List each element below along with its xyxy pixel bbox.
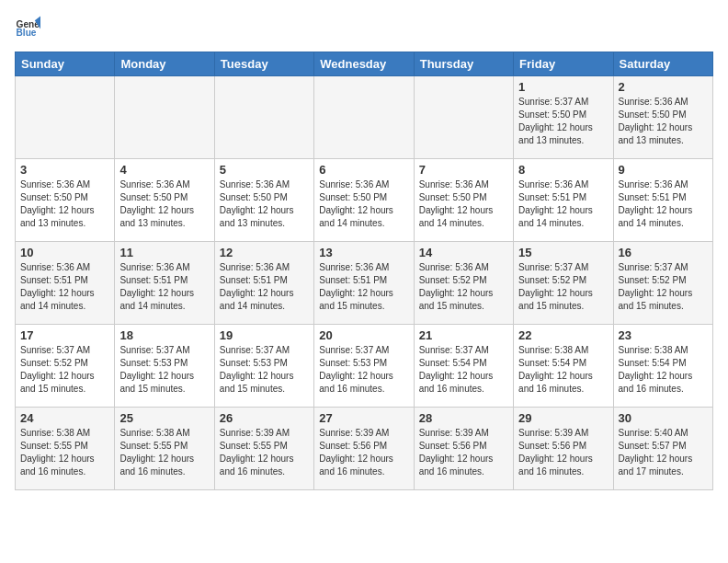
calendar-cell: 5Sunrise: 5:36 AMSunset: 5:50 PMDaylight… bbox=[214, 159, 313, 242]
calendar-cell: 7Sunrise: 5:36 AMSunset: 5:50 PMDaylight… bbox=[414, 159, 513, 242]
weekday-header-sunday: Sunday bbox=[16, 52, 115, 76]
day-number: 19 bbox=[220, 328, 309, 342]
logo: General Blue bbox=[15, 15, 44, 40]
calendar-cell: 9Sunrise: 5:36 AMSunset: 5:51 PMDaylight… bbox=[613, 159, 712, 242]
calendar-cell: 28Sunrise: 5:39 AMSunset: 5:56 PMDayligh… bbox=[414, 408, 513, 490]
day-number: 11 bbox=[119, 246, 209, 259]
day-number: 26 bbox=[220, 411, 309, 425]
day-info: Sunrise: 5:36 AMSunset: 5:50 PMDaylight:… bbox=[419, 178, 508, 230]
day-number: 17 bbox=[20, 328, 109, 342]
day-info: Sunrise: 5:36 AMSunset: 5:51 PMDaylight:… bbox=[20, 261, 109, 313]
day-number: 21 bbox=[419, 328, 508, 342]
weekday-header-monday: Monday bbox=[115, 52, 214, 76]
calendar-week-4: 17Sunrise: 5:37 AMSunset: 5:52 PMDayligh… bbox=[16, 325, 713, 408]
calendar-cell: 21Sunrise: 5:37 AMSunset: 5:54 PMDayligh… bbox=[414, 325, 513, 408]
calendar-cell bbox=[414, 76, 513, 159]
day-number: 24 bbox=[20, 411, 109, 425]
calendar-cell: 13Sunrise: 5:36 AMSunset: 5:51 PMDayligh… bbox=[314, 242, 414, 325]
calendar-cell: 25Sunrise: 5:38 AMSunset: 5:55 PMDayligh… bbox=[115, 408, 214, 490]
weekday-header-tuesday: Tuesday bbox=[214, 52, 313, 76]
day-number: 4 bbox=[119, 163, 209, 177]
svg-text:Blue: Blue bbox=[17, 28, 37, 38]
calendar-cell: 2Sunrise: 5:36 AMSunset: 5:50 PMDaylight… bbox=[613, 76, 712, 159]
day-number: 2 bbox=[619, 80, 708, 94]
day-number: 13 bbox=[319, 246, 408, 259]
day-number: 25 bbox=[119, 411, 209, 425]
calendar-cell: 3Sunrise: 5:36 AMSunset: 5:50 PMDaylight… bbox=[16, 159, 115, 242]
day-number: 18 bbox=[119, 328, 209, 342]
calendar-cell: 1Sunrise: 5:37 AMSunset: 5:50 PMDaylight… bbox=[514, 76, 613, 159]
day-info: Sunrise: 5:38 AMSunset: 5:55 PMDaylight:… bbox=[20, 427, 109, 478]
day-number: 12 bbox=[220, 246, 309, 259]
calendar-cell: 12Sunrise: 5:36 AMSunset: 5:51 PMDayligh… bbox=[214, 242, 313, 325]
calendar-cell: 17Sunrise: 5:37 AMSunset: 5:52 PMDayligh… bbox=[16, 325, 115, 408]
day-info: Sunrise: 5:37 AMSunset: 5:52 PMDaylight:… bbox=[20, 344, 109, 396]
day-info: Sunrise: 5:36 AMSunset: 5:51 PMDaylight:… bbox=[319, 261, 408, 313]
day-info: Sunrise: 5:38 AMSunset: 5:55 PMDaylight:… bbox=[119, 427, 209, 478]
calendar-cell: 29Sunrise: 5:39 AMSunset: 5:56 PMDayligh… bbox=[514, 408, 613, 490]
calendar-cell: 16Sunrise: 5:37 AMSunset: 5:52 PMDayligh… bbox=[613, 242, 712, 325]
calendar-cell: 30Sunrise: 5:40 AMSunset: 5:57 PMDayligh… bbox=[613, 408, 712, 490]
day-number: 15 bbox=[518, 246, 608, 259]
calendar-table: SundayMondayTuesdayWednesdayThursdayFrid… bbox=[15, 52, 713, 490]
day-number: 22 bbox=[518, 328, 608, 342]
weekday-header-thursday: Thursday bbox=[414, 52, 513, 76]
day-info: Sunrise: 5:36 AMSunset: 5:51 PMDaylight:… bbox=[119, 261, 209, 313]
day-info: Sunrise: 5:36 AMSunset: 5:50 PMDaylight:… bbox=[220, 178, 309, 230]
calendar-cell: 20Sunrise: 5:37 AMSunset: 5:53 PMDayligh… bbox=[314, 325, 414, 408]
calendar-week-1: 1Sunrise: 5:37 AMSunset: 5:50 PMDaylight… bbox=[16, 76, 713, 159]
day-number: 5 bbox=[220, 163, 309, 177]
day-info: Sunrise: 5:36 AMSunset: 5:50 PMDaylight:… bbox=[119, 178, 209, 230]
weekday-header-friday: Friday bbox=[514, 52, 613, 76]
day-info: Sunrise: 5:36 AMSunset: 5:50 PMDaylight:… bbox=[20, 178, 109, 230]
day-number: 30 bbox=[619, 411, 708, 425]
day-number: 14 bbox=[419, 246, 508, 259]
day-info: Sunrise: 5:37 AMSunset: 5:53 PMDaylight:… bbox=[319, 344, 408, 396]
day-info: Sunrise: 5:37 AMSunset: 5:52 PMDaylight:… bbox=[619, 261, 708, 313]
calendar-cell: 11Sunrise: 5:36 AMSunset: 5:51 PMDayligh… bbox=[115, 242, 214, 325]
day-info: Sunrise: 5:37 AMSunset: 5:54 PMDaylight:… bbox=[419, 344, 508, 396]
day-info: Sunrise: 5:39 AMSunset: 5:56 PMDaylight:… bbox=[419, 427, 508, 478]
day-info: Sunrise: 5:37 AMSunset: 5:50 PMDaylight:… bbox=[518, 96, 608, 147]
calendar-cell: 6Sunrise: 5:36 AMSunset: 5:50 PMDaylight… bbox=[314, 159, 414, 242]
day-number: 6 bbox=[319, 163, 408, 177]
day-info: Sunrise: 5:36 AMSunset: 5:51 PMDaylight:… bbox=[518, 178, 608, 230]
day-info: Sunrise: 5:36 AMSunset: 5:52 PMDaylight:… bbox=[419, 261, 508, 313]
day-number: 28 bbox=[419, 411, 508, 425]
calendar-cell: 4Sunrise: 5:36 AMSunset: 5:50 PMDaylight… bbox=[115, 159, 214, 242]
calendar-cell: 24Sunrise: 5:38 AMSunset: 5:55 PMDayligh… bbox=[16, 408, 115, 490]
day-info: Sunrise: 5:36 AMSunset: 5:51 PMDaylight:… bbox=[619, 178, 708, 230]
logo-icon: General Blue bbox=[15, 15, 40, 40]
calendar-cell: 22Sunrise: 5:38 AMSunset: 5:54 PMDayligh… bbox=[514, 325, 613, 408]
calendar-header-row: SundayMondayTuesdayWednesdayThursdayFrid… bbox=[16, 52, 713, 76]
day-number: 9 bbox=[619, 163, 708, 177]
day-number: 27 bbox=[319, 411, 408, 425]
day-info: Sunrise: 5:36 AMSunset: 5:50 PMDaylight:… bbox=[319, 178, 408, 230]
page-header: General Blue bbox=[15, 15, 713, 40]
calendar-cell bbox=[115, 76, 214, 159]
calendar-cell: 18Sunrise: 5:37 AMSunset: 5:53 PMDayligh… bbox=[115, 325, 214, 408]
calendar-cell: 19Sunrise: 5:37 AMSunset: 5:53 PMDayligh… bbox=[214, 325, 313, 408]
day-number: 8 bbox=[518, 163, 608, 177]
calendar-week-3: 10Sunrise: 5:36 AMSunset: 5:51 PMDayligh… bbox=[16, 242, 713, 325]
day-number: 7 bbox=[419, 163, 508, 177]
day-number: 29 bbox=[518, 411, 608, 425]
day-number: 1 bbox=[518, 80, 608, 94]
day-number: 10 bbox=[20, 246, 109, 259]
day-info: Sunrise: 5:40 AMSunset: 5:57 PMDaylight:… bbox=[619, 427, 708, 478]
day-number: 3 bbox=[20, 163, 109, 177]
day-info: Sunrise: 5:39 AMSunset: 5:56 PMDaylight:… bbox=[319, 427, 408, 478]
day-info: Sunrise: 5:38 AMSunset: 5:54 PMDaylight:… bbox=[619, 344, 708, 396]
calendar-cell: 15Sunrise: 5:37 AMSunset: 5:52 PMDayligh… bbox=[514, 242, 613, 325]
day-number: 16 bbox=[619, 246, 708, 259]
day-info: Sunrise: 5:37 AMSunset: 5:52 PMDaylight:… bbox=[518, 261, 608, 313]
weekday-header-wednesday: Wednesday bbox=[314, 52, 414, 76]
calendar-cell: 10Sunrise: 5:36 AMSunset: 5:51 PMDayligh… bbox=[16, 242, 115, 325]
day-number: 20 bbox=[319, 328, 408, 342]
calendar-week-2: 3Sunrise: 5:36 AMSunset: 5:50 PMDaylight… bbox=[16, 159, 713, 242]
calendar-week-5: 24Sunrise: 5:38 AMSunset: 5:55 PMDayligh… bbox=[16, 408, 713, 490]
day-info: Sunrise: 5:37 AMSunset: 5:53 PMDaylight:… bbox=[220, 344, 309, 396]
day-info: Sunrise: 5:39 AMSunset: 5:56 PMDaylight:… bbox=[518, 427, 608, 478]
calendar-cell bbox=[16, 76, 115, 159]
calendar-cell: 8Sunrise: 5:36 AMSunset: 5:51 PMDaylight… bbox=[514, 159, 613, 242]
